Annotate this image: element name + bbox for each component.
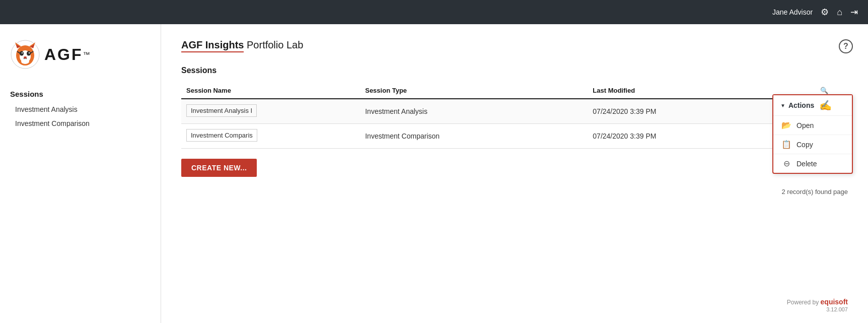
session-type-cell-1: Investment Analysis bbox=[360, 99, 588, 124]
svg-point-14 bbox=[21, 59, 29, 64]
main-layout: AGF™ Sessions Investment Analysis Invest… bbox=[0, 24, 868, 323]
version-label: 3.12.007 bbox=[826, 306, 848, 312]
svg-point-9 bbox=[20, 51, 24, 56]
actions-dropdown-wrapper: ▼ Actions ✍ 📂 Open 📋 C bbox=[772, 94, 853, 174]
agf-brand: AGF™ bbox=[44, 45, 90, 64]
table-row: Investment Comparis Investment Compariso… bbox=[181, 124, 848, 149]
agf-tiger-icon bbox=[10, 39, 40, 70]
help-icon[interactable]: ? bbox=[839, 39, 853, 53]
sessions-section-title: Sessions bbox=[181, 66, 848, 75]
open-icon: 📂 bbox=[781, 120, 791, 130]
actions-cell-1: ▼ Actions ✍ 📂 Open 📋 C bbox=[815, 99, 848, 124]
footer: Powered by equisoft 3.12.007 bbox=[772, 293, 863, 318]
sidebar-section-sessions: Sessions bbox=[0, 85, 161, 102]
session-name-cell-2[interactable]: Investment Comparis bbox=[181, 124, 360, 149]
actions-dropdown-trigger[interactable]: ▼ Actions ✍ bbox=[773, 95, 852, 116]
content-area: ? AGF Insights Portfolio Lab Sessions Se… bbox=[161, 24, 868, 323]
delete-label: Delete bbox=[797, 160, 817, 168]
table-row: Investment Analysis I Investment Analysi… bbox=[181, 99, 848, 124]
page-header: AGF Insights Portfolio Lab bbox=[181, 39, 848, 51]
col-header-session-type: Session Type bbox=[360, 83, 588, 99]
actions-label: Actions bbox=[788, 101, 814, 109]
copy-icon: 📋 bbox=[781, 140, 791, 149]
username-label: Jane Advisor bbox=[772, 8, 813, 16]
top-nav: Jane Advisor ⚙ ⌂ ⇥ bbox=[0, 0, 868, 24]
dropdown-item-delete[interactable]: ⊖ Delete bbox=[773, 154, 852, 173]
sidebar-logo: AGF™ bbox=[0, 34, 161, 85]
session-type-cell-2: Investment Comparison bbox=[360, 124, 588, 149]
svg-point-10 bbox=[27, 51, 31, 56]
equisoft-brand: equisoft bbox=[821, 298, 848, 306]
cursor-hand-icon: ✍ bbox=[819, 99, 832, 111]
table-header-row: Session Name Session Type Last Modified … bbox=[181, 83, 848, 99]
svg-point-13 bbox=[24, 56, 27, 58]
caret-icon: ▼ bbox=[780, 103, 785, 108]
sidebar-item-investment-analysis[interactable]: Investment Analysis bbox=[0, 102, 161, 116]
svg-point-11 bbox=[22, 52, 23, 53]
home-icon[interactable]: ⌂ bbox=[837, 7, 842, 18]
logout-icon[interactable]: ⇥ bbox=[850, 7, 858, 18]
delete-icon: ⊖ bbox=[781, 159, 791, 168]
create-new-button[interactable]: CREATE NEW... bbox=[181, 159, 257, 177]
sessions-table: Session Name Session Type Last Modified … bbox=[181, 83, 848, 149]
sidebar-item-investment-comparison[interactable]: Investment Comparison bbox=[0, 116, 161, 131]
dropdown-item-copy[interactable]: 📋 Copy bbox=[773, 135, 852, 154]
sidebar: AGF™ Sessions Investment Analysis Invest… bbox=[0, 24, 161, 323]
actions-dropdown: ▼ Actions ✍ 📂 Open 📋 C bbox=[772, 94, 853, 174]
records-info: 2 record(s) found page bbox=[181, 188, 848, 196]
svg-point-12 bbox=[29, 52, 30, 53]
page-title: AGF Insights Portfolio Lab bbox=[181, 39, 848, 51]
dropdown-item-open[interactable]: 📂 Open bbox=[773, 116, 852, 135]
open-label: Open bbox=[797, 121, 814, 130]
col-header-session-name: Session Name bbox=[181, 83, 360, 99]
agf-logo: AGF™ bbox=[10, 39, 90, 70]
session-name-cell-1[interactable]: Investment Analysis I bbox=[181, 99, 360, 124]
copy-label: Copy bbox=[797, 141, 813, 149]
settings-icon[interactable]: ⚙ bbox=[821, 7, 829, 18]
powered-by-label: Powered by bbox=[787, 299, 819, 306]
